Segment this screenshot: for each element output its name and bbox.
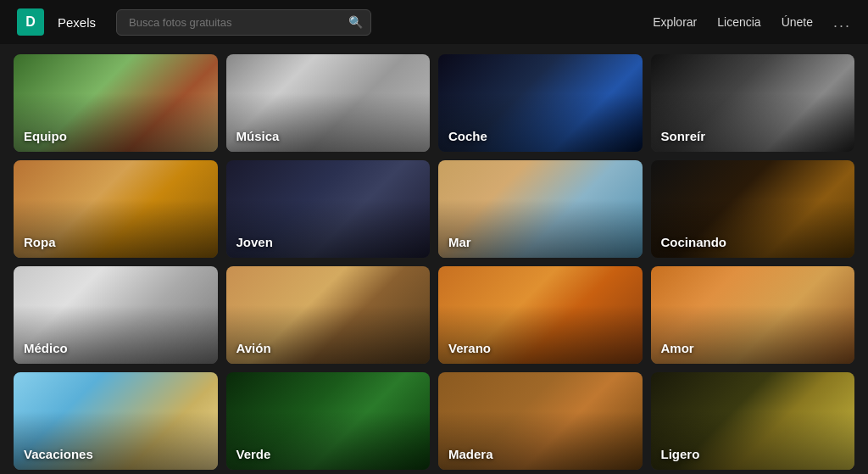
- card-label-joven: Joven: [236, 235, 273, 249]
- card-label-mar: Mar: [448, 235, 471, 249]
- nav-licencia[interactable]: Licencia: [717, 15, 760, 29]
- brand-name: Pexels: [58, 15, 96, 30]
- card-label-verano: Verano: [448, 341, 491, 355]
- card-madera[interactable]: Madera: [438, 372, 643, 470]
- search-bar: 🔍: [116, 9, 371, 36]
- card-ropa[interactable]: Ropa: [14, 160, 218, 258]
- card-label-avion: Avión: [236, 341, 271, 355]
- card-label-medico: Médico: [24, 341, 68, 355]
- category-grid: EquipoMúsicaCocheSonreírRopaJovenMarCoci…: [0, 44, 868, 474]
- card-label-verde: Verde: [236, 447, 271, 461]
- card-label-ligero: Ligero: [661, 447, 700, 461]
- card-cocinando[interactable]: Cocinando: [651, 160, 855, 258]
- logo-icon: D: [17, 8, 44, 36]
- nav-explorar[interactable]: Explorar: [653, 15, 697, 29]
- card-label-amor: Amor: [661, 341, 694, 355]
- card-label-cocinando: Cocinando: [661, 235, 727, 249]
- card-mar[interactable]: Mar: [438, 160, 643, 258]
- card-ligero[interactable]: Ligero: [651, 372, 855, 470]
- card-label-vacaciones: Vacaciones: [24, 447, 93, 461]
- card-label-musica: Música: [236, 129, 280, 143]
- card-verde[interactable]: Verde: [226, 372, 431, 470]
- more-options-button[interactable]: ...: [833, 14, 851, 31]
- card-joven[interactable]: Joven: [226, 160, 431, 258]
- card-sonreir[interactable]: Sonreír: [651, 54, 855, 152]
- card-label-coche: Coche: [448, 129, 487, 143]
- search-input[interactable]: [116, 9, 371, 36]
- nav-unete[interactable]: Únete: [782, 15, 813, 29]
- card-amor[interactable]: Amor: [651, 266, 855, 364]
- card-label-ropa: Ropa: [24, 235, 56, 249]
- card-avion[interactable]: Avión: [226, 266, 431, 364]
- card-coche[interactable]: Coche: [438, 54, 643, 152]
- header: D Pexels 🔍 Explorar Licencia Únete ...: [0, 0, 868, 44]
- logo-letter: D: [25, 14, 36, 30]
- card-verano[interactable]: Verano: [438, 266, 643, 364]
- card-label-madera: Madera: [448, 447, 493, 461]
- card-label-equipo: Equipo: [24, 129, 67, 143]
- card-musica[interactable]: Música: [226, 54, 431, 152]
- main-nav: Explorar Licencia Únete ...: [653, 14, 851, 31]
- card-label-sonreir: Sonreír: [661, 129, 706, 143]
- card-medico[interactable]: Médico: [14, 266, 218, 364]
- search-icon: 🔍: [348, 15, 363, 29]
- card-equipo[interactable]: Equipo: [14, 54, 218, 152]
- card-vacaciones[interactable]: Vacaciones: [14, 372, 218, 470]
